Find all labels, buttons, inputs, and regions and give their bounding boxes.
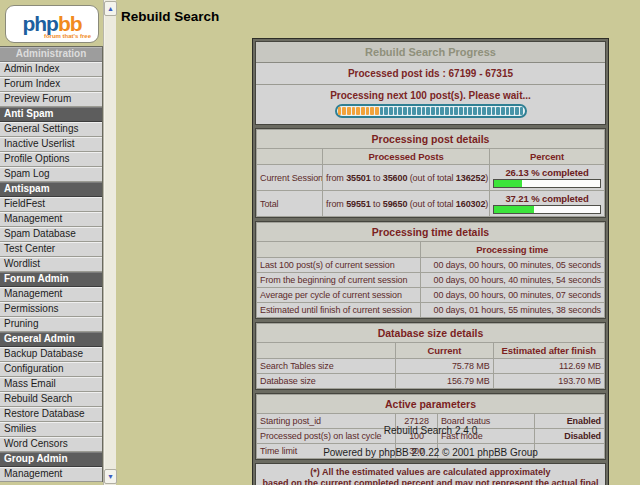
row-percent: 26.13 % completed [490,165,605,191]
sidebar-item-admin-index[interactable]: Admin Index [0,62,102,77]
sidebar-item-rebuild-search[interactable]: Rebuild Search [0,392,102,407]
sidebar-item-management[interactable]: Management [0,212,102,227]
db-details-section: Database size details Current Estimated … [255,322,606,390]
admin-sidebar: phpbb forum that's free AdministrationAd… [0,0,103,485]
table-row: Database size 156.79 MB 193.70 MB [257,374,605,389]
sidebar-item-spam-database[interactable]: Spam Database [0,227,102,242]
copyright-text: Powered by phpBB 2.0.22 © 2001 phpBB Gro… [252,447,609,458]
row-current: 75.78 MB [396,359,493,374]
percent-bar [493,179,601,188]
table-row: From the beginning of current session00 … [257,273,605,288]
row-label: Search Tables size [257,359,396,374]
page-title: Rebuild Search [121,9,219,24]
estimate-footnote: (*) All the estimated values are calcula… [255,463,606,485]
table-row: Estimated until finish of current sessio… [257,303,605,318]
scroll-up-icon[interactable]: ▲ [104,1,117,16]
table-row: Average per cycle of current session00 d… [257,288,605,303]
row-posts: from 35501 to 35600 (out of total 136252… [323,165,490,191]
sidebar-item-configuration[interactable]: Configuration [0,362,102,377]
panel-title: Rebuild Search Progress [256,42,605,63]
row-value: 00 days, 00 hours, 00 minutes, 07 second… [420,288,604,303]
row-label: Current Session [257,165,323,191]
sidebar-item-general-settings[interactable]: General Settings [0,122,102,137]
phpbb-logo[interactable]: phpbb forum that's free [5,5,99,43]
sidebar-scrollbar[interactable]: ▲ ▼ [103,0,116,485]
table-row: Total from 59551 to 59650 (out of total … [257,191,605,217]
col-percent: Percent [490,149,605,165]
sidebar-item-wordlist[interactable]: Wordlist [0,257,102,272]
sidebar-item-forum-index[interactable]: Forum Index [0,77,102,92]
table-row: Search Tables size 75.78 MB 112.69 MB [257,359,605,374]
sidebar-item-management[interactable]: Management [0,467,102,482]
row-value: 00 days, 00 hours, 40 minutes, 54 second… [420,273,604,288]
row-estimated: 193.70 MB [493,374,604,389]
sidebar-item-fieldfest[interactable]: FieldFest [0,197,102,212]
scroll-down-icon[interactable]: ▼ [104,469,117,484]
time-details-title: Processing time details [257,223,605,242]
version-text: Rebuild Search 2.4.0 [252,425,609,436]
sidebar-item-inactive-userlist[interactable]: Inactive Userlist [0,137,102,152]
sidebar-item-pruning[interactable]: Pruning [0,317,102,332]
sidebar-item-backup-database[interactable]: Backup Database [0,347,102,362]
row-value: 00 days, 01 hours, 55 minutes, 38 second… [420,303,604,318]
post-details-table: Processing post details Processed Posts … [256,129,605,217]
row-label: Last 100 post(s) of current session [257,258,421,273]
sidebar-item-management[interactable]: Management [0,287,102,302]
db-details-table: Database size details Current Estimated … [256,323,605,389]
row-label: Total [257,191,323,217]
row-estimated: 112.69 MB [493,359,604,374]
row-value: 00 days, 00 hours, 00 minutes, 05 second… [420,258,604,273]
sidebar-section-anti-spam: Anti Spam [0,107,102,122]
sidebar-section-general-admin: General Admin [0,332,102,347]
sidebar-item-word-censors[interactable]: Word Censors [0,437,102,452]
time-details-section: Processing time details Processing time … [255,221,606,319]
rebuild-search-panel: Rebuild Search Progress Processed post i… [252,38,609,485]
post-details-title: Processing post details [257,130,605,149]
sidebar-menu: AdministrationAdmin IndexForum IndexPrev… [0,46,103,482]
sidebar-section-antispam: Antispam [0,182,102,197]
row-label: Database size [257,374,396,389]
sidebar-item-restore-database[interactable]: Restore Database [0,407,102,422]
sidebar-section-forum-admin: Forum Admin [0,272,102,287]
row-label: From the beginning of current session [257,273,421,288]
col-processing-time: Processing time [420,242,604,258]
progress-pill [335,104,527,118]
sidebar-item-test-center[interactable]: Test Center [0,242,102,257]
sidebar-item-spam-log[interactable]: Spam Log [0,167,102,182]
sidebar-item-profile-options[interactable]: Profile Options [0,152,102,167]
table-row: Current Session from 35501 to 35600 (out… [257,165,605,191]
processed-ids-text: Processed post ids : 67199 - 67315 [256,63,605,85]
sidebar-item-preview-forum[interactable]: Preview Forum [0,92,102,107]
row-current: 156.79 MB [396,374,493,389]
table-row: Last 100 post(s) of current session00 da… [257,258,605,273]
sidebar-section-group-admin: Group Admin [0,452,102,467]
col-current: Current [396,343,493,359]
col-processed-posts: Processed Posts [323,149,490,165]
percent-bar [493,205,601,214]
row-percent: 37.21 % completed [490,191,605,217]
col-estimated: Estimated after finish [493,343,604,359]
db-blank-header [257,343,396,359]
phpbb-logo-tagline: forum that's free [44,33,91,39]
time-blank-header [257,242,421,258]
row-label: Estimated until finish of current sessio… [257,303,421,318]
sidebar-item-mass-email[interactable]: Mass Email [0,377,102,392]
sidebar-item-permissions[interactable]: Permissions [0,302,102,317]
progress-status-section: Rebuild Search Progress Processed post i… [255,41,606,125]
time-details-table: Processing time details Processing time … [256,222,605,318]
row-label: Average per cycle of current session [257,288,421,303]
row-posts: from 59551 to 59650 (out of total 160302… [323,191,490,217]
post-details-section: Processing post details Processed Posts … [255,128,606,218]
sidebar-section-administration: Administration [0,47,102,62]
percent-label: 26.13 % completed [493,167,601,178]
wait-text: Processing next 100 post(s). Please wait… [256,85,605,103]
percent-label: 37.21 % completed [493,193,601,204]
active-params-title: Active parameters [257,395,605,414]
post-details-blank-header [257,149,323,165]
sidebar-item-smilies[interactable]: Smilies [0,422,102,437]
db-details-title: Database size details [257,324,605,343]
